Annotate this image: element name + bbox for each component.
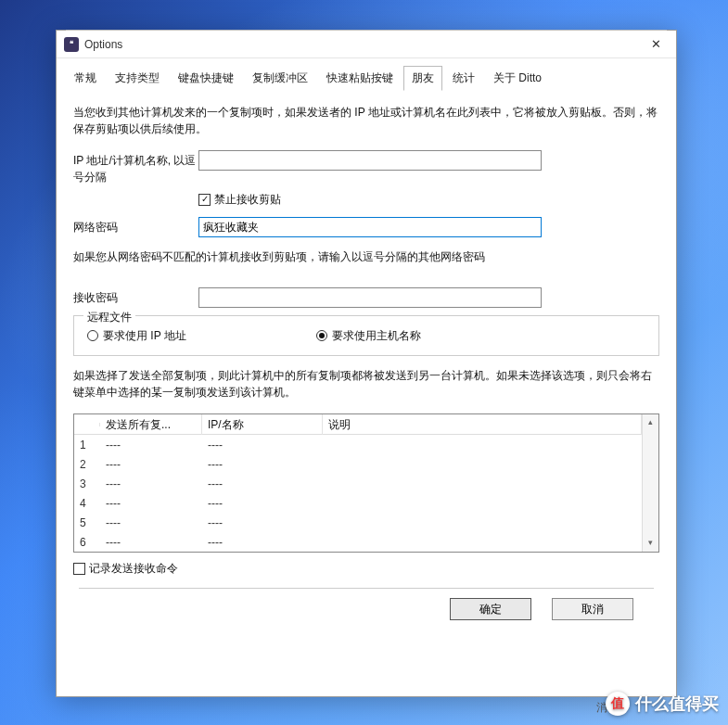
ip-label: IP 地址/计算机名称, 以逗号分隔 (73, 150, 198, 185)
cell-index: 5 (74, 515, 100, 531)
table-row[interactable]: 4-------- (74, 493, 658, 513)
net-password-input[interactable] (198, 217, 542, 237)
recv-password-input[interactable] (198, 287, 542, 308)
tab-stats[interactable]: 统计 (444, 66, 483, 91)
checkbox-icon (198, 194, 211, 206)
table-row[interactable]: 3-------- (74, 474, 658, 493)
cell-send-all: ---- (100, 495, 202, 512)
col-desc: 说明 (323, 414, 642, 435)
cell-ip-name: ---- (202, 456, 323, 473)
cell-index: 1 (74, 437, 100, 453)
dialog-footer: 确定 取消 (79, 588, 654, 633)
tab-copy-buffers[interactable]: 复制缓冲区 (244, 66, 316, 91)
col-ip-name: IP/名称 (202, 414, 323, 435)
tab-keyboard-shortcuts[interactable]: 键盘快捷键 (170, 66, 242, 91)
cell-ip-name: ---- (202, 495, 323, 512)
window-title: Options (84, 38, 643, 51)
ip-input[interactable] (198, 150, 542, 171)
cell-index: 2 (74, 456, 100, 473)
cell-index: 3 (74, 476, 100, 492)
table-row[interactable]: 1-------- (74, 435, 658, 454)
table-header: 发送所有复... IP/名称 说明 (74, 414, 658, 435)
tab-about-ditto[interactable]: 关于 Ditto (485, 66, 550, 91)
radio-require-ip-label: 要求使用 IP 地址 (103, 327, 186, 344)
friends-table[interactable]: 发送所有复... IP/名称 说明 1--------2--------3---… (73, 413, 659, 553)
tab-supported-types[interactable]: 支持类型 (107, 66, 168, 91)
cell-ip-name: ---- (202, 437, 323, 453)
cell-send-all: ---- (100, 515, 202, 531)
deny-receive-checkbox[interactable]: 禁止接收剪贴 (198, 191, 659, 208)
net-password-note: 如果您从网络密码不匹配的计算机接收到剪贴项，请输入以逗号分隔的其他网络密码 (73, 248, 659, 265)
radio-icon (316, 330, 327, 341)
remote-file-legend: 远程文件 (83, 309, 135, 325)
ok-button[interactable]: 确定 (450, 598, 531, 620)
radio-icon (87, 330, 98, 341)
titlebar: ❝ Options ✕ (57, 31, 676, 58)
radio-require-hostname[interactable]: 要求使用主机名称 (316, 327, 421, 344)
intro-text: 当您收到其他计算机发来的一个复制项时，如果发送者的 IP 地址或计算机名在此列表… (73, 104, 659, 137)
tab-strip: 常规 支持类型 键盘快捷键 复制缓冲区 快速粘贴按键 朋友 统计 关于 Ditt… (57, 58, 676, 91)
checkbox-icon (73, 563, 85, 575)
col-send-all: 发送所有复... (100, 414, 202, 435)
table-row[interactable]: 6-------- (74, 532, 658, 552)
log-commands-label: 记录发送接收命令 (89, 560, 178, 577)
tab-friends[interactable]: 朋友 (403, 66, 442, 91)
deny-receive-label: 禁止接收剪贴 (214, 191, 281, 208)
close-button[interactable]: ✕ (643, 35, 669, 54)
app-icon: ❝ (64, 37, 79, 52)
tab-panel-friends: 当您收到其他计算机发来的一个复制项时，如果发送者的 IP 地址或计算机名在此列表… (57, 91, 676, 696)
send-note: 如果选择了发送全部复制项，则此计算机中的所有复制项都将被发送到另一台计算机。如果… (73, 367, 659, 401)
cell-index: 4 (74, 495, 100, 512)
radio-require-hostname-label: 要求使用主机名称 (332, 327, 421, 344)
table-scrollbar[interactable]: ▴ ▾ (642, 414, 658, 552)
cell-ip-name: ---- (202, 534, 323, 551)
watermark: 值 什么值得买 (606, 692, 719, 716)
cell-index: 6 (74, 534, 100, 551)
radio-require-ip[interactable]: 要求使用 IP 地址 (87, 327, 186, 344)
recv-password-label: 接收密码 (73, 287, 198, 306)
cell-send-all: ---- (100, 456, 202, 473)
options-dialog: ❝ Options ✕ 常规 支持类型 键盘快捷键 复制缓冲区 快速粘贴按键 朋… (56, 30, 677, 697)
cancel-button[interactable]: 取消 (552, 598, 633, 620)
watermark-badge-icon: 值 (606, 692, 630, 716)
cell-send-all: ---- (100, 437, 202, 453)
tab-general[interactable]: 常规 (66, 66, 105, 91)
close-icon: ✕ (651, 37, 661, 51)
scroll-up-icon[interactable]: ▴ (643, 414, 658, 431)
cell-send-all: ---- (100, 476, 202, 492)
watermark-text: 什么值得买 (635, 693, 719, 715)
log-commands-checkbox[interactable]: 记录发送接收命令 (73, 560, 659, 577)
col-index (74, 423, 100, 426)
table-row[interactable]: 2-------- (74, 454, 658, 474)
cell-ip-name: ---- (202, 476, 323, 492)
net-password-label: 网络密码 (73, 217, 198, 235)
scroll-down-icon[interactable]: ▾ (643, 535, 658, 552)
remote-file-group: 远程文件 要求使用 IP 地址 要求使用主机名称 (73, 315, 659, 356)
cell-send-all: ---- (100, 534, 202, 551)
table-row[interactable]: 5-------- (74, 513, 658, 532)
cell-ip-name: ---- (202, 515, 323, 531)
tab-quick-paste-keys[interactable]: 快速粘贴按键 (318, 66, 402, 91)
